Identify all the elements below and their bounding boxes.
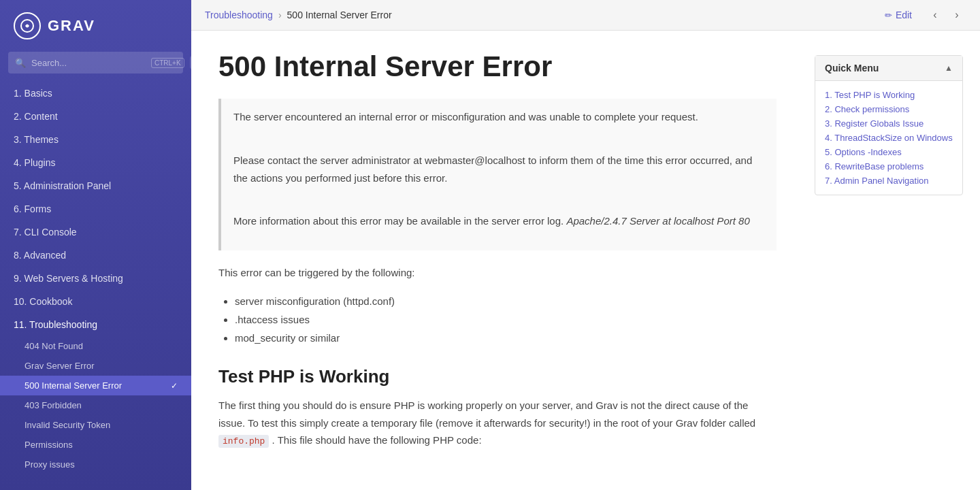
nav-advanced[interactable]: 8. Advanced	[0, 244, 191, 267]
nav-troubleshooting[interactable]: 11. Troubleshooting	[0, 313, 191, 336]
quick-menu-list: 1. Test PHP is Working 2. Check permissi…	[815, 81, 962, 195]
quick-menu-item-6: 6. RewriteBase problems	[825, 159, 953, 174]
trigger-intro: This error can be triggered by the follo…	[218, 264, 777, 282]
next-arrow[interactable]: ›	[947, 5, 966, 24]
logo-icon	[14, 12, 41, 39]
trigger-list: server misconfiguration (httpd.conf) .ht…	[235, 292, 777, 347]
chevron-up-icon[interactable]: ▲	[945, 63, 953, 73]
list-item: .htaccess issues	[235, 310, 777, 329]
info-para-3: More information about this error may be…	[233, 212, 764, 230]
nav-admin-panel[interactable]: 5. Administration Panel	[0, 174, 191, 197]
quick-menu: Quick Menu ▲ 1. Test PHP is Working 2. C…	[804, 44, 974, 206]
breadcrumb-parent-link[interactable]: Troubleshooting	[205, 10, 273, 20]
section1-text-start: The first thing you should do is ensure …	[218, 399, 755, 429]
nav-content[interactable]: 2. Content	[0, 105, 191, 128]
info-box: The server encountered an internal error…	[218, 99, 777, 250]
quick-menu-box: Quick Menu ▲ 1. Test PHP is Working 2. C…	[815, 55, 963, 195]
search-bar[interactable]: 🔍 CTRL+K v1.7 ▾	[8, 52, 183, 74]
subnav-permissions[interactable]: Permissions	[0, 435, 191, 455]
search-icon: 🔍	[15, 58, 26, 68]
list-item: mod_security or similar	[235, 329, 777, 347]
topbar-actions: ✏ Edit ‹ ›	[879, 5, 966, 24]
edit-button[interactable]: ✏ Edit	[879, 7, 917, 23]
info-para-3-text: More information about this error may be…	[233, 215, 564, 227]
nav-forms[interactable]: 6. Forms	[0, 197, 191, 220]
page-title: 500 Internal Server Error	[218, 51, 777, 82]
nav-cookbook[interactable]: 10. Cookbook	[0, 290, 191, 313]
quick-menu-title: Quick Menu	[825, 63, 879, 74]
breadcrumb-current: 500 Internal Server Error	[287, 10, 392, 20]
content: 500 Internal Server Error The server enc…	[191, 31, 804, 490]
subnav-404[interactable]: 404 Not Found	[0, 336, 191, 356]
quick-menu-item-7: 7. Admin Panel Navigation	[825, 174, 953, 188]
search-shortcut: CTRL+K	[151, 58, 184, 68]
info-para-2: Please contact the server administrator …	[233, 152, 764, 186]
info-para-3-em: Apache/2.4.7 Server at localhost Port 80	[566, 215, 749, 227]
sidebar: GRAV 🔍 CTRL+K v1.7 ▾ 1. Basics 2. Conten…	[0, 0, 191, 490]
subnav-403-forbidden[interactable]: 403 Forbidden	[0, 395, 191, 415]
list-item: server misconfiguration (httpd.conf)	[235, 292, 777, 310]
logo-text: GRAV	[48, 17, 95, 35]
checkmark-icon: ✓	[171, 381, 178, 391]
breadcrumb: Troubleshooting › 500 Internal Server Er…	[205, 10, 392, 20]
quick-menu-item-1: 1. Test PHP is Working	[825, 88, 953, 102]
nav-basics[interactable]: 1. Basics	[0, 82, 191, 105]
breadcrumb-separator: ›	[278, 10, 282, 20]
main-area: Troubleshooting › 500 Internal Server Er…	[191, 0, 980, 490]
section1-text-end: . This file should have the following PH…	[272, 434, 482, 446]
content-wrap: 500 Internal Server Error The server enc…	[191, 31, 980, 490]
info-php-code: info.php	[218, 435, 269, 448]
section1-title: Test PHP is Working	[218, 366, 777, 387]
nav-arrows: ‹ ›	[926, 5, 966, 24]
logo: GRAV	[0, 0, 191, 52]
topbar: Troubleshooting › 500 Internal Server Er…	[191, 0, 980, 31]
quick-menu-item-4: 4. ThreadStackSize on Windows	[825, 131, 953, 145]
section1-para: The first thing you should do is ensure …	[218, 397, 777, 449]
subnav-proxy-issues[interactable]: Proxy issues	[0, 455, 191, 474]
quick-menu-item-3: 3. Register Globals Issue	[825, 116, 953, 131]
nav-plugins[interactable]: 4. Plugins	[0, 151, 191, 174]
info-para-1: The server encountered an internal error…	[233, 108, 764, 126]
prev-arrow[interactable]: ‹	[926, 5, 945, 24]
nav-cli-console[interactable]: 7. CLI Console	[0, 220, 191, 244]
quick-menu-header: Quick Menu ▲	[815, 56, 962, 81]
nav-web-servers[interactable]: 9. Web Servers & Hosting	[0, 267, 191, 290]
search-input[interactable]	[31, 58, 146, 68]
quick-menu-item-5: 5. Options -Indexes	[825, 145, 953, 159]
subnav-500-internal-server-error[interactable]: 500 Internal Server Error ✓	[0, 376, 191, 395]
edit-icon: ✏	[885, 10, 892, 20]
subnav-grav-server-error[interactable]: Grav Server Error	[0, 356, 191, 376]
subnav-invalid-security-token[interactable]: Invalid Security Token	[0, 415, 191, 435]
quick-menu-item-2: 2. Check permissions	[825, 102, 953, 116]
nav-themes[interactable]: 3. Themes	[0, 128, 191, 151]
